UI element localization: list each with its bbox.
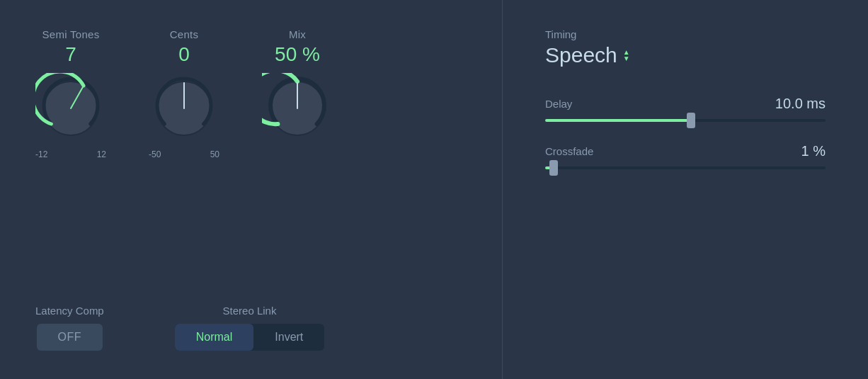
crossfade-value: 1 % [801,143,826,159]
crossfade-track[interactable] [545,166,826,169]
mix-knob[interactable] [262,73,333,144]
delay-value: 10.0 ms [775,96,826,112]
semi-tones-label: Semi Tones [42,28,99,40]
delay-thumb[interactable] [687,113,695,128]
timing-label: Timing [545,28,826,40]
mix-value: 50 % [275,43,320,66]
stereo-link-group: Stereo Link Normal Invert [175,305,325,351]
invert-button[interactable]: Invert [253,324,324,351]
timing-value[interactable]: Speech ▲ ▼ [545,43,826,67]
cents-value: 0 [178,43,190,66]
timing-section: Timing Speech ▲ ▼ [545,28,826,67]
left-panel: Semi Tones 7 -12 12 [0,0,503,379]
delay-header: Delay 10.0 ms [545,96,826,112]
crossfade-slider-section: Crossfade 1 % [545,143,826,169]
right-panel: Timing Speech ▲ ▼ Delay 10.0 ms Crossfad… [503,0,868,379]
cents-knob-group: Cents 0 -50 50 [149,28,219,159]
timing-value-text: Speech [545,43,617,67]
timing-arrows: ▲ ▼ [623,49,630,62]
mix-knob-group: Mix 50 % [262,28,333,149]
cents-knob[interactable] [149,73,219,144]
semi-tones-range: -12 12 [35,149,106,159]
knobs-row: Semi Tones 7 -12 12 [35,28,467,159]
semi-tones-knob[interactable] [35,73,106,144]
latency-comp-button[interactable]: OFF [37,324,103,351]
cents-label: Cents [170,28,199,40]
latency-comp-group: Latency Comp OFF [35,305,104,351]
cents-range: -50 50 [149,149,219,159]
crossfade-label: Crossfade [545,145,593,157]
delay-label: Delay [545,98,572,110]
latency-comp-label: Latency Comp [35,305,104,317]
delay-slider-section: Delay 10.0 ms [545,96,826,122]
semi-tones-knob-group: Semi Tones 7 -12 12 [35,28,106,159]
controls-row: Latency Comp OFF Stereo Link Normal Inve… [35,305,467,351]
delay-track[interactable] [545,119,826,122]
delay-fill [545,119,691,122]
stereo-link-toggle: Normal Invert [175,324,325,351]
timing-down-arrow: ▼ [623,55,630,62]
semi-tones-value: 7 [65,43,76,66]
stereo-link-label: Stereo Link [223,305,277,317]
normal-button[interactable]: Normal [175,324,254,351]
crossfade-thumb[interactable] [549,160,558,176]
crossfade-header: Crossfade 1 % [545,143,826,159]
mix-label: Mix [289,28,306,40]
